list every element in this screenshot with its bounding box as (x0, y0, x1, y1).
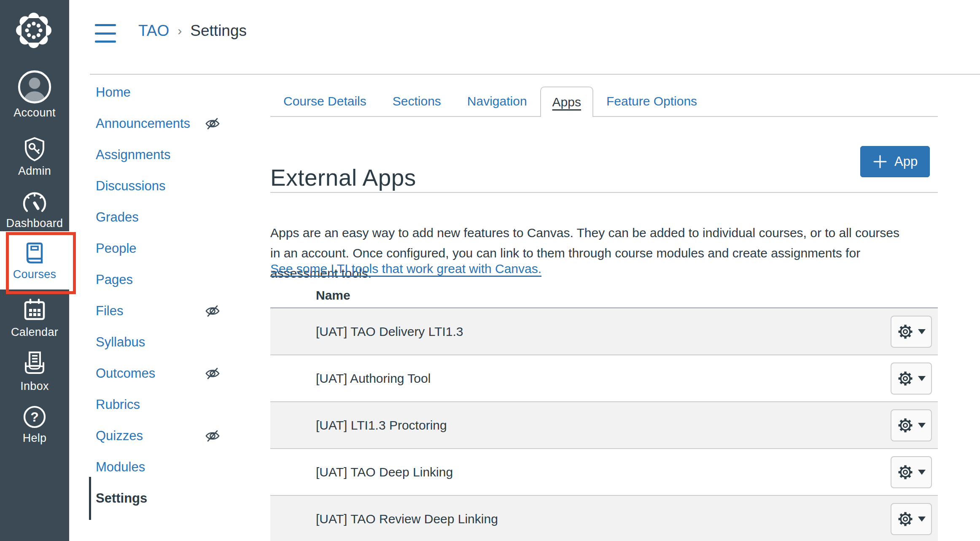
add-app-button[interactable]: App (860, 146, 930, 177)
admin-shield-icon (21, 136, 48, 163)
tab-course-details[interactable]: Course Details (270, 87, 380, 116)
caret-down-icon (918, 329, 926, 334)
canvas-logo-icon (15, 12, 52, 49)
course-nav-item-modules[interactable]: Modules (96, 452, 223, 483)
course-nav-item-people[interactable]: People (96, 233, 223, 264)
table-name-header: Name (270, 284, 938, 307)
course-nav-item-discussions[interactable]: Discussions (96, 170, 223, 202)
course-nav-item-home[interactable]: Home (96, 77, 223, 108)
sidebar-item-dashboard[interactable]: Dashboard (0, 189, 69, 230)
app-settings-button[interactable] (891, 362, 932, 395)
app-settings-button[interactable] (891, 456, 932, 488)
hidden-eye-icon (205, 365, 221, 381)
gear-icon (897, 370, 914, 387)
hidden-eye-icon (205, 116, 221, 132)
breadcrumb: TAO › Settings (138, 22, 247, 40)
sidebar-item-label: Dashboard (6, 217, 63, 230)
external-app-row: [UAT] TAO Review Deep Linking (270, 496, 938, 541)
breadcrumb-course-link[interactable]: TAO (138, 22, 169, 40)
tab-sections[interactable]: Sections (380, 87, 454, 116)
course-nav-item-outcomes[interactable]: Outcomes (96, 358, 223, 389)
sidebar-item-label: Courses (13, 268, 57, 281)
sidebar-item-account[interactable]: Account (0, 69, 69, 119)
hidden-eye-icon (205, 428, 221, 444)
external-app-row: [UAT] Authoring Tool (270, 355, 938, 402)
gear-icon (897, 511, 914, 527)
app-name: [UAT] Authoring Tool (316, 371, 431, 386)
external-app-row: [UAT] LTI1.3 Proctoring (270, 402, 938, 449)
app-name: [UAT] TAO Deep Linking (316, 465, 453, 479)
caret-down-icon (918, 470, 926, 475)
gear-icon (897, 417, 914, 434)
tab-apps[interactable]: Apps (540, 87, 593, 117)
app-settings-button[interactable] (891, 316, 932, 348)
course-nav-item-syllabus[interactable]: Syllabus (96, 327, 223, 358)
app-settings-button[interactable] (891, 409, 932, 441)
tab-navigation[interactable]: Navigation (454, 87, 540, 116)
plus-icon (872, 154, 888, 169)
external-app-row: [UAT] TAO Deep Linking (270, 449, 938, 496)
sidebar-item-label: Calendar (11, 326, 58, 339)
add-app-button-label: App (894, 154, 918, 169)
external-app-row: [UAT] TAO Delivery LTI1.3 (270, 308, 938, 355)
gear-icon (897, 323, 914, 340)
course-nav-item-grades[interactable]: Grades (96, 202, 223, 233)
course-nav-item-pages[interactable]: Pages (96, 264, 223, 295)
sidebar-item-help[interactable]: ? Help (0, 404, 69, 445)
tab-feature-options[interactable]: Feature Options (593, 87, 710, 116)
app-name: [UAT] LTI1.3 Proctoring (316, 418, 447, 433)
inbox-icon (21, 350, 48, 378)
page-title: External Apps (270, 164, 416, 191)
sidebar-item-inbox[interactable]: Inbox (0, 350, 69, 393)
global-nav-sidebar: Account Admin Dashboard Courses (0, 0, 69, 541)
app-settings-button[interactable] (891, 503, 932, 535)
caret-down-icon (918, 517, 926, 522)
hamburger-menu-icon[interactable] (95, 24, 116, 43)
breadcrumb-separator-icon: › (178, 24, 182, 38)
sidebar-item-courses[interactable]: Courses (0, 231, 69, 289)
svg-text:?: ? (30, 409, 39, 425)
title-divider (270, 192, 938, 193)
sidebar-item-label: Help (23, 432, 47, 445)
app-name: [UAT] TAO Delivery LTI1.3 (316, 325, 463, 339)
course-nav-item-assignments[interactable]: Assignments (96, 139, 223, 170)
sidebar-item-label: Inbox (20, 380, 49, 393)
course-nav-item-quizzes[interactable]: Quizzes (96, 420, 223, 452)
header-divider (90, 74, 980, 75)
settings-tabbar: Course Details Sections Navigation Apps … (270, 87, 938, 117)
course-nav-item-announcements[interactable]: Announcements (96, 108, 223, 139)
lti-tools-link[interactable]: See some LTI tools that work great with … (270, 262, 541, 276)
calendar-icon (21, 297, 48, 324)
hidden-eye-icon (205, 303, 221, 319)
gear-icon (897, 464, 914, 481)
sidebar-item-label: Admin (18, 165, 51, 178)
dashboard-gauge-icon (20, 189, 49, 215)
canvas-logo[interactable] (15, 12, 52, 49)
help-question-icon: ? (22, 404, 48, 430)
breadcrumb-current-page: Settings (190, 22, 247, 40)
courses-book-icon (22, 240, 48, 266)
course-nav-item-rubrics[interactable]: Rubrics (96, 389, 223, 420)
external-apps-rows: [UAT] TAO Delivery LTI1.3 [UAT] Authorin… (270, 307, 938, 541)
account-avatar-icon (17, 69, 52, 105)
course-nav-item-settings[interactable]: Settings (96, 483, 223, 514)
sidebar-item-admin[interactable]: Admin (0, 136, 69, 178)
sidebar-item-label: Account (13, 106, 56, 119)
course-nav-menu: Home Announcements Assignments Discussio… (96, 77, 223, 514)
caret-down-icon (918, 423, 926, 428)
caret-down-icon (918, 376, 926, 381)
app-name: [UAT] TAO Review Deep Linking (316, 512, 498, 526)
sidebar-item-calendar[interactable]: Calendar (0, 297, 69, 339)
external-apps-table: Name [UAT] TAO Delivery LTI1.3 [UA (270, 284, 938, 541)
course-nav-item-files[interactable]: Files (96, 295, 223, 327)
